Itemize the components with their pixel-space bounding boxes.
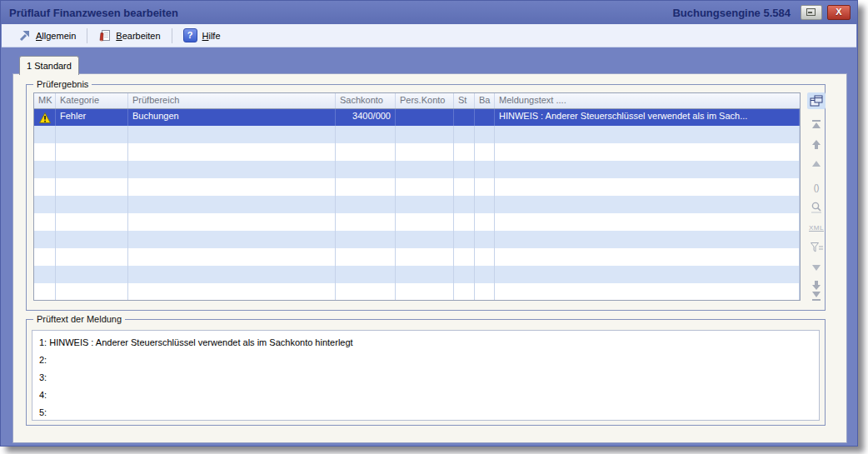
main-toolbar: Allgemein Bearbeiten ? Hilfe [2,24,856,47]
filter-icon [811,242,823,252]
mk-cell [34,109,56,126]
page-down-button[interactable] [807,259,826,276]
app-version-label: Buchungsengine 5.584 [672,7,791,19]
scroll-to-top-icon [811,120,821,129]
app-window: Prüflauf Finanzwesen bearbeiten Buchungs… [0,0,858,447]
xml-export-button[interactable]: XML [807,219,826,236]
message-line-2: 2: [39,352,819,369]
column-header-pruefbereich[interactable]: Prüfbereich [128,93,336,108]
bearbeiten-button[interactable]: Bearbeiten [93,27,165,44]
move-up-icon [811,140,821,149]
column-header-perskonto[interactable]: Pers.Konto [396,93,454,108]
search-button[interactable] [807,199,826,216]
page-up-button[interactable] [807,156,826,172]
scroll-to-bottom-button[interactable] [807,291,826,301]
filter-button[interactable] [807,239,826,256]
table-header: MK Kategorie Prüfbereich Sachkonto Pers.… [34,93,800,109]
kategorie-cell: Fehler [56,109,128,126]
ba-cell [475,109,495,126]
allgemein-button[interactable]: Allgemein [13,27,81,44]
edit-document-icon [98,29,111,42]
column-chooser-button[interactable] [807,92,826,109]
meldungstext-cell: HINWEIS : Anderer Steuerschlüssel verwen… [495,109,800,126]
message-line-4: 4: [39,387,819,404]
sachkonto-cell: 3400/000 [336,109,396,126]
column-header-st[interactable]: St [454,93,475,108]
pruefergebnis-group-label: Prüfergebnis [33,79,92,89]
search-icon [811,202,822,213]
page-up-icon [811,161,821,167]
message-line-1: 1: HINWEIS : Anderer Steuerschlüssel ver… [39,334,819,352]
pruefergebnis-group: Prüfergebnis MK Kategorie Prüfbereich Sa… [26,84,826,311]
message-text-box: 1: HINWEIS : Anderer Steuerschlüssel ver… [32,330,820,421]
tab-content-panel: Prüfergebnis MK Kategorie Prüfbereich Sa… [12,73,847,443]
table-row-empty [34,266,800,283]
help-icon: ? [183,28,197,42]
table-row-empty [34,143,800,161]
table-row-empty [34,178,800,196]
xml-icon: XML [809,224,824,232]
move-down-icon [811,281,821,290]
toolbar-separator [172,28,172,43]
column-header-sachkonto[interactable]: Sachkonto [336,93,396,108]
page-down-icon [811,264,821,271]
allgemein-label: Allgemein [36,31,76,41]
hilfe-button[interactable]: ? Hilfe [178,26,226,45]
column-header-kategorie[interactable]: Kategorie [56,93,128,108]
message-line-3: 3: [39,369,819,387]
close-button[interactable]: X [827,5,851,20]
prueftext-group: Prüftext der Meldung 1: HINWEIS : Andere… [26,319,826,426]
column-header-meldungstext[interactable]: Meldungstext .... [495,93,800,108]
column-header-mk[interactable]: MK [34,93,56,108]
table-row-empty [34,196,800,213]
scroll-to-bottom-icon [811,292,821,301]
parentheses-button[interactable]: () [807,179,826,196]
toolbar-separator [87,28,87,43]
column-chooser-icon [810,95,823,107]
arrow-up-right-icon [18,29,31,42]
hilfe-label: Hilfe [202,31,221,41]
move-up-button[interactable] [807,136,826,152]
pruefbereich-cell: Buchungen [128,109,336,126]
table-row-empty [34,283,800,300]
table-row-empty [34,126,800,143]
scroll-to-top-button[interactable] [807,116,826,132]
st-cell [454,109,475,126]
tab-standard[interactable]: 1 Standard [19,56,79,75]
table-row-selected[interactable]: Fehler Buchungen 3400/000 HINWEIS : Ande… [34,109,800,126]
warning-icon [39,112,51,123]
titlebar: Prüflauf Finanzwesen bearbeiten Buchungs… [1,1,857,24]
window-title: Prüflauf Finanzwesen bearbeiten [9,7,178,19]
table-row-empty [34,213,800,231]
perskonto-cell [396,109,454,126]
table-body: Fehler Buchungen 3400/000 HINWEIS : Ande… [34,109,800,300]
parentheses-icon: () [814,183,820,192]
prueftext-group-label: Prüftext der Meldung [33,314,125,324]
column-header-ba[interactable]: Ba [475,93,495,108]
grid-side-toolbar: () XML [806,92,826,301]
minimize-button[interactable] [801,5,822,20]
bearbeiten-label: Bearbeiten [116,31,160,41]
message-line-5: 5: [39,404,819,421]
table-row-empty [34,248,800,266]
table-row-empty [34,161,800,178]
table-row-empty [34,231,800,248]
result-table: MK Kategorie Prüfbereich Sachkonto Pers.… [33,92,801,301]
